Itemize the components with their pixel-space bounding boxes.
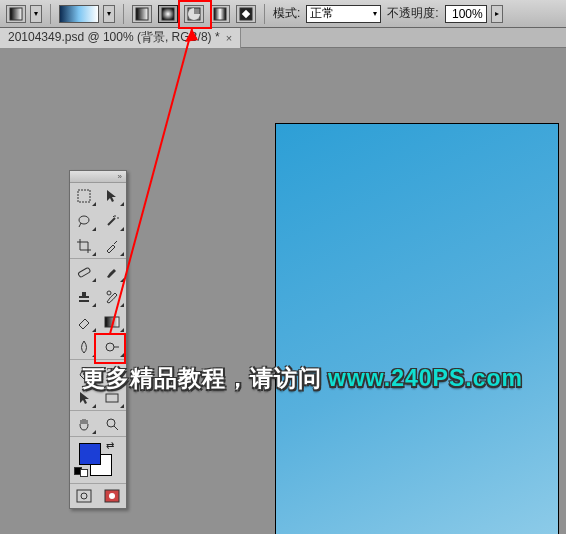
eyedropper-icon xyxy=(104,238,120,254)
tool-grid: T ⇄ xyxy=(70,183,126,508)
svg-rect-17 xyxy=(77,490,91,502)
tool-panel: » xyxy=(69,170,127,509)
chevron-down-icon: ▾ xyxy=(373,9,377,18)
diamond-gradient-icon xyxy=(239,7,253,21)
gradient-preview-swatch[interactable] xyxy=(59,5,99,23)
tool-preset-dropdown[interactable]: ▾ xyxy=(30,5,42,23)
dodge-tool[interactable] xyxy=(98,334,126,359)
angle-gradient-button[interactable] xyxy=(184,5,204,23)
color-swatch-group: ⇄ xyxy=(70,437,126,483)
gradient-picker-dropdown[interactable]: ▾ xyxy=(103,5,115,23)
swap-colors-icon[interactable]: ⇄ xyxy=(106,440,114,451)
brush-tool[interactable] xyxy=(98,259,126,284)
blend-mode-label: 模式: xyxy=(273,5,300,22)
crop-tool[interactable] xyxy=(70,233,98,258)
hand-icon xyxy=(76,416,92,432)
magic-wand-tool[interactable] xyxy=(98,208,126,233)
drop-icon xyxy=(76,339,92,355)
crop-icon xyxy=(76,238,92,254)
radial-gradient-button[interactable] xyxy=(158,5,178,23)
history-brush-icon xyxy=(104,289,120,305)
opacity-value: 100% xyxy=(452,7,483,21)
linear-gradient-button[interactable] xyxy=(132,5,152,23)
svg-point-18 xyxy=(81,493,87,499)
svg-rect-0 xyxy=(10,8,22,20)
move-icon xyxy=(104,188,120,204)
opacity-input[interactable]: 100% xyxy=(445,5,487,23)
bandage-icon xyxy=(76,264,92,280)
gradient-preset-icon xyxy=(9,7,23,21)
svg-point-16 xyxy=(107,419,115,427)
opacity-dropdown[interactable]: ▸ xyxy=(491,5,503,23)
standard-mode-button[interactable] xyxy=(70,484,98,508)
lasso-icon xyxy=(76,213,92,229)
separator xyxy=(50,4,51,24)
panel-grip[interactable]: » xyxy=(70,171,126,183)
svg-point-10 xyxy=(107,291,111,295)
blend-mode-value: 正常 xyxy=(310,5,334,22)
reflected-gradient-button[interactable] xyxy=(210,5,230,23)
document-tab-bar: 20104349.psd @ 100% (背景, RGB/8) * × xyxy=(0,28,566,48)
opacity-label: 不透明度: xyxy=(387,5,438,22)
svg-point-12 xyxy=(106,343,114,351)
svg-rect-7 xyxy=(78,190,90,202)
marquee-icon xyxy=(76,188,92,204)
blur-tool[interactable] xyxy=(70,334,98,359)
reflected-gradient-icon xyxy=(213,7,227,21)
document-title: 20104349.psd @ 100% (背景, RGB/8) * xyxy=(8,29,220,46)
svg-rect-2 xyxy=(162,8,174,20)
svg-rect-4 xyxy=(214,8,226,20)
tool-preset-button[interactable] xyxy=(6,5,26,23)
clone-stamp-tool[interactable] xyxy=(70,284,98,309)
linear-gradient-icon xyxy=(135,7,149,21)
dodge-icon xyxy=(104,339,120,355)
gradient-tool[interactable] xyxy=(98,309,126,334)
separator xyxy=(264,4,265,24)
svg-rect-9 xyxy=(78,267,91,277)
document-tab[interactable]: 20104349.psd @ 100% (背景, RGB/8) * × xyxy=(0,28,241,48)
watermark-text: 更多精品教程，请访问 www.240PS.com xyxy=(82,363,523,394)
quick-mask-button[interactable] xyxy=(98,484,126,508)
separator xyxy=(123,4,124,24)
angle-gradient-icon xyxy=(187,7,201,21)
gradient-tool-icon xyxy=(104,314,120,330)
move-tool[interactable] xyxy=(98,183,126,208)
standard-mode-icon xyxy=(76,489,92,503)
eraser-tool[interactable] xyxy=(70,309,98,334)
svg-point-20 xyxy=(109,493,115,499)
stamp-icon xyxy=(76,289,92,305)
radial-gradient-icon xyxy=(161,7,175,21)
svg-rect-1 xyxy=(136,8,148,20)
options-bar: ▾ ▾ 模式: 正常 ▾ 不透明度: 100% ▸ xyxy=(0,0,566,28)
hand-tool[interactable] xyxy=(70,411,98,436)
close-icon[interactable]: × xyxy=(226,32,232,44)
eyedropper-tool[interactable] xyxy=(98,233,126,258)
watermark-cn: 更多精品教程，请访问 xyxy=(82,363,322,394)
zoom-tool[interactable] xyxy=(98,411,126,436)
eraser-icon xyxy=(76,314,92,330)
wand-icon xyxy=(104,213,120,229)
svg-point-8 xyxy=(79,216,89,224)
lasso-tool[interactable] xyxy=(70,208,98,233)
history-brush-tool[interactable] xyxy=(98,284,126,309)
watermark-url: www.240PS.com xyxy=(328,365,523,392)
quick-mask-icon xyxy=(104,489,120,503)
zoom-icon xyxy=(104,416,120,432)
blend-mode-select[interactable]: 正常 ▾ xyxy=(306,5,381,23)
foreground-color-swatch[interactable] xyxy=(79,443,101,465)
document-canvas[interactable] xyxy=(275,123,559,534)
healing-brush-tool[interactable] xyxy=(70,259,98,284)
svg-rect-15 xyxy=(106,394,118,402)
brush-icon xyxy=(104,264,120,280)
default-colors-icon[interactable] xyxy=(74,467,88,477)
diamond-gradient-button[interactable] xyxy=(236,5,256,23)
svg-rect-11 xyxy=(105,317,119,327)
marquee-tool[interactable] xyxy=(70,183,98,208)
